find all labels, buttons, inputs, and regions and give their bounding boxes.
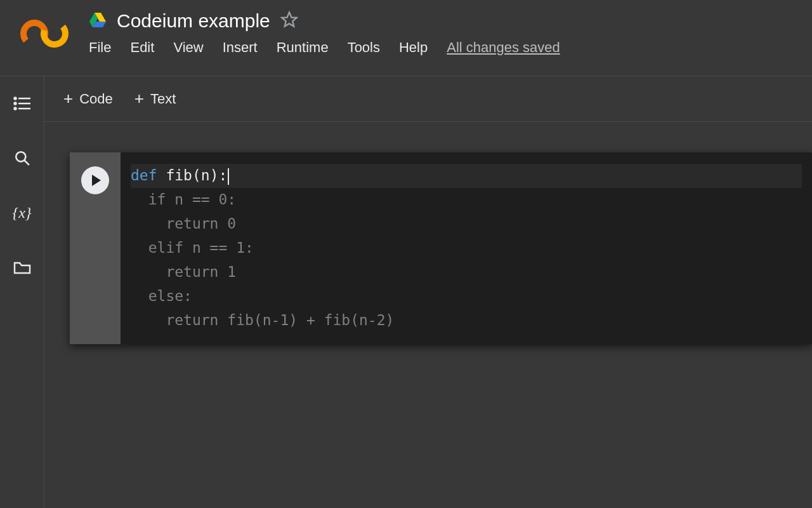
- code-keyword: def: [131, 167, 157, 184]
- svg-point-8: [14, 103, 16, 105]
- add-code-label: Code: [79, 91, 113, 107]
- plus-icon: +: [134, 89, 144, 109]
- svg-line-13: [24, 160, 29, 165]
- code-editor[interactable]: def fib(n): if n == 0: return 0 elif n =…: [121, 152, 812, 344]
- add-code-button[interactable]: + Code: [63, 89, 113, 109]
- menu-view[interactable]: View: [173, 39, 203, 56]
- plus-icon: +: [63, 89, 73, 109]
- code-text: fib(n):: [157, 167, 228, 184]
- menu-edit[interactable]: Edit: [130, 39, 154, 56]
- menu-tools[interactable]: Tools: [348, 39, 380, 56]
- menu-help[interactable]: Help: [399, 39, 428, 56]
- ghost-suggestion: if n == 0: return 0 elif n == 1: return …: [131, 191, 394, 328]
- play-icon: [92, 175, 101, 186]
- add-text-button[interactable]: + Text: [134, 89, 176, 109]
- svg-marker-5: [282, 12, 296, 26]
- cell-gutter: [70, 152, 121, 344]
- star-icon[interactable]: [280, 11, 298, 31]
- svg-point-1: [39, 18, 70, 49]
- svg-point-10: [14, 108, 16, 110]
- app-header: Codeium example File Edit View Insert Ru…: [0, 0, 812, 76]
- toc-icon[interactable]: [13, 94, 32, 113]
- document-title[interactable]: Codeium example: [117, 10, 270, 32]
- search-icon[interactable]: [13, 149, 32, 168]
- add-text-label: Text: [150, 91, 176, 107]
- files-icon[interactable]: [13, 258, 32, 277]
- notebook-area: def fib(n): if n == 0: return 0 elif n =…: [44, 122, 812, 508]
- colab-logo[interactable]: [0, 5, 89, 50]
- text-cursor: [228, 168, 229, 185]
- drive-icon: [89, 11, 107, 30]
- menu-insert[interactable]: Insert: [223, 39, 258, 56]
- svg-point-12: [16, 152, 25, 161]
- save-status[interactable]: All changes saved: [447, 39, 560, 56]
- menu-runtime[interactable]: Runtime: [277, 39, 329, 56]
- code-cell[interactable]: def fib(n): if n == 0: return 0 elif n =…: [70, 152, 812, 344]
- menu-file[interactable]: File: [89, 39, 111, 56]
- variables-icon[interactable]: {x}: [13, 203, 32, 222]
- notebook-toolbar: + Code + Text: [44, 76, 812, 122]
- menu-bar: File Edit View Insert Runtime Tools Help…: [89, 39, 812, 56]
- svg-point-6: [14, 98, 16, 100]
- left-sidebar: {x}: [0, 76, 44, 508]
- run-button[interactable]: [81, 166, 109, 194]
